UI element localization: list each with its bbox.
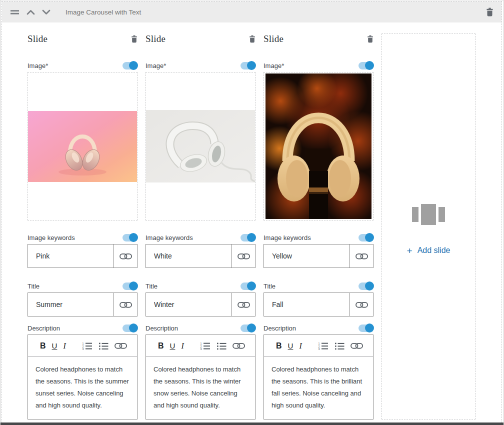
dynamic-value-button[interactable] — [114, 244, 137, 268]
image-dropzone[interactable] — [28, 72, 138, 220]
description-editor: B U I 1 2 3 — [264, 334, 374, 420]
keywords-enabled-toggle[interactable] — [122, 234, 138, 242]
svg-text:3: 3 — [318, 348, 320, 350]
carousel-icon-left — [412, 207, 418, 222]
add-slide-label: Add slide — [418, 246, 450, 255]
keywords-enabled-toggle[interactable] — [240, 234, 256, 242]
drag-handle-icon[interactable] — [10, 9, 20, 16]
image-enabled-toggle[interactable] — [122, 62, 138, 70]
dynamic-value-button[interactable] — [112, 342, 130, 350]
toggle-knob — [365, 324, 374, 332]
ordered-list-button[interactable]: 1 2 3 — [79, 342, 96, 350]
ordered-list-icon: 1 2 3 — [82, 342, 92, 350]
trash-icon — [249, 35, 256, 43]
description-editor: B U I 1 2 3 — [28, 334, 138, 420]
bullet-list-button[interactable] — [96, 342, 112, 350]
bold-button[interactable]: B — [155, 342, 167, 350]
bullet-list-icon — [98, 342, 108, 350]
add-slide-inner: + Add slide — [407, 204, 450, 256]
title-input[interactable] — [28, 300, 114, 308]
title-enabled-toggle[interactable] — [240, 282, 256, 290]
title-input-group — [264, 292, 374, 316]
dynamic-value-button[interactable] — [348, 342, 366, 350]
ordered-list-icon: 1 2 3 — [318, 342, 328, 350]
title-input[interactable] — [146, 300, 232, 308]
ordered-list-button[interactable]: 1 2 3 — [197, 342, 214, 350]
move-up-button[interactable] — [26, 10, 35, 15]
dynamic-value-button[interactable] — [232, 293, 255, 316]
slide-heading: Slide — [28, 34, 48, 44]
dynamic-value-button[interactable] — [114, 293, 137, 316]
keywords-field-row: Image keywords — [146, 234, 256, 242]
keywords-input-group — [28, 244, 138, 268]
bold-button[interactable]: B — [37, 342, 49, 350]
carousel-icon-center — [421, 204, 436, 225]
keywords-input[interactable] — [28, 252, 114, 260]
description-enabled-toggle[interactable] — [122, 324, 138, 332]
trash-icon — [367, 35, 374, 43]
title-label: Title — [146, 282, 158, 290]
dynamic-link-icon — [114, 342, 127, 350]
description-field-row: Description — [28, 324, 138, 332]
keywords-enabled-toggle[interactable] — [358, 234, 374, 242]
bullet-list-button[interactable] — [332, 342, 348, 350]
slide-card-2: Slide Image* — [146, 34, 256, 420]
toggle-knob — [247, 324, 256, 332]
description-enabled-toggle[interactable] — [240, 324, 256, 332]
dynamic-value-button[interactable] — [232, 244, 255, 268]
dynamic-link-icon — [350, 342, 363, 350]
underline-button[interactable]: U — [285, 342, 296, 350]
slide-heading: Slide — [146, 34, 166, 44]
dynamic-value-button[interactable] — [230, 342, 248, 350]
dynamic-value-button[interactable] — [350, 244, 373, 268]
keywords-input[interactable] — [146, 252, 232, 260]
dynamic-value-button[interactable] — [350, 293, 373, 316]
description-textarea[interactable]: Colored headphones to match the seasons.… — [28, 357, 137, 419]
image-enabled-toggle[interactable] — [240, 62, 256, 70]
bold-button[interactable]: B — [273, 342, 285, 350]
slide-header: Slide — [28, 34, 138, 44]
description-textarea[interactable]: Colored headphones to match the seasons.… — [264, 357, 373, 419]
title-field-row: Title — [28, 282, 138, 290]
title-enabled-toggle[interactable] — [358, 282, 374, 290]
dynamic-link-icon — [232, 342, 245, 350]
carousel-icon — [412, 204, 445, 225]
white-headphones-image — [146, 110, 255, 182]
toggle-knob — [365, 233, 374, 242]
rte-toolbar: B U I 1 2 3 — [146, 335, 255, 357]
add-slide-button[interactable]: + Add slide — [407, 246, 450, 256]
underline-button[interactable]: U — [167, 342, 178, 350]
window-bottom-edge — [0, 422, 504, 425]
image-dropzone[interactable] — [264, 72, 374, 220]
italic-button[interactable]: I — [60, 342, 68, 350]
delete-block-button[interactable] — [486, 8, 494, 16]
title-enabled-toggle[interactable] — [122, 282, 138, 290]
delete-slide-button[interactable] — [249, 35, 256, 43]
bullet-list-icon — [334, 342, 344, 350]
title-label: Title — [264, 282, 276, 290]
svg-text:3: 3 — [82, 348, 84, 350]
slide-header: Slide — [146, 34, 256, 44]
block-header: Image Carousel with Text — [2, 2, 502, 22]
bullet-list-button[interactable] — [214, 342, 230, 350]
keywords-field-row: Image keywords — [28, 234, 138, 242]
keywords-input[interactable] — [264, 252, 350, 260]
description-textarea[interactable]: Colored headphones to match the seasons.… — [146, 357, 255, 419]
delete-slide-button[interactable] — [131, 35, 138, 43]
ordered-list-button[interactable]: 1 2 3 — [315, 342, 332, 350]
add-slide-panel: + Add slide — [382, 34, 476, 420]
image-label: Image* — [146, 62, 166, 70]
image-enabled-toggle[interactable] — [358, 62, 374, 70]
slide-card-1: Slide Image* — [28, 34, 138, 420]
image-dropzone[interactable] — [146, 72, 256, 220]
title-input[interactable] — [264, 300, 350, 308]
underline-button[interactable]: U — [49, 342, 60, 350]
italic-button[interactable]: I — [178, 342, 186, 350]
description-enabled-toggle[interactable] — [358, 324, 374, 332]
dynamic-link-icon — [120, 252, 132, 260]
delete-slide-button[interactable] — [367, 35, 374, 43]
italic-button[interactable]: I — [296, 342, 304, 350]
move-down-button[interactable] — [42, 10, 50, 15]
dynamic-link-icon — [356, 300, 368, 309]
dynamic-link-icon — [356, 252, 368, 260]
